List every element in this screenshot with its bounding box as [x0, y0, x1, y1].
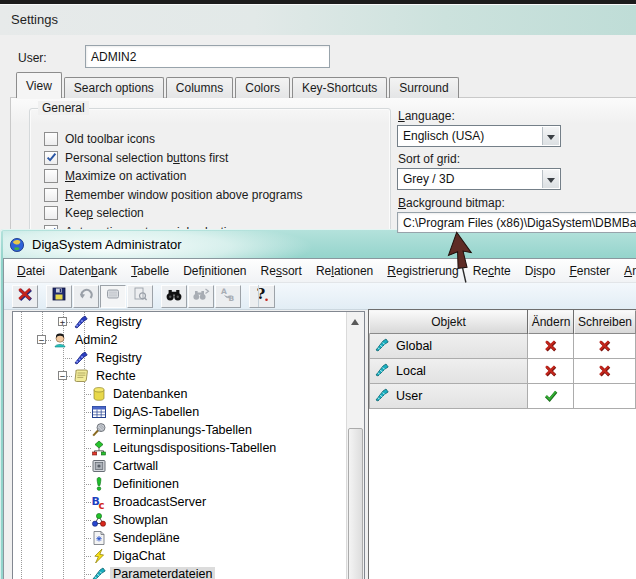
tree-connector: [84, 430, 91, 431]
tree-item-registry[interactable]: Registry: [13, 349, 347, 367]
collapse-minus-box[interactable]: −: [58, 371, 67, 380]
database-icon: [91, 386, 107, 402]
microphone-icon: [91, 422, 107, 438]
checkbox[interactable]: [44, 206, 58, 220]
menu-tabelle[interactable]: Tabelle: [124, 261, 176, 281]
tab-key-shortcuts[interactable]: Key-Shortcuts: [292, 77, 387, 98]
tree-vertical-scrollbar[interactable]: [346, 312, 364, 579]
collapse-minus-box[interactable]: −: [37, 335, 46, 344]
tree-item-digas-tabellen[interactable]: DigAS-Tabellen: [13, 403, 347, 421]
settings-window-title: Settings: [11, 12, 58, 27]
tab-colors[interactable]: Colors: [235, 77, 290, 98]
broadcast-icon: Bc: [91, 494, 107, 510]
aendern-cell[interactable]: [528, 359, 574, 384]
grid-style-button[interactable]: [100, 285, 126, 308]
checkbox-row[interactable]: Keep selection: [44, 205, 144, 221]
column-header-ndern[interactable]: Ändern: [528, 310, 574, 334]
tree-item-sendepl-ne[interactable]: Sendepläne: [13, 529, 347, 547]
checkbox[interactable]: [44, 132, 58, 146]
checkbox-checked[interactable]: [44, 151, 58, 165]
aendern-cell[interactable]: [528, 334, 574, 359]
table-icon: [91, 404, 107, 420]
menu-definitionen[interactable]: Definitionen: [176, 261, 253, 281]
tree-item-cartwall[interactable]: Cartwall: [13, 457, 347, 475]
undo-button[interactable]: [73, 285, 99, 308]
tab-search-options[interactable]: Search options: [64, 77, 164, 98]
globe-app-icon: [9, 237, 25, 253]
scrollbar-thumb[interactable]: [348, 428, 363, 579]
tree-item-definitionen[interactable]: Definitionen: [13, 475, 347, 493]
background-bitmap-field[interactable]: C:\Program Files (x86)\DigaSystem\DBMBac…: [397, 212, 636, 233]
tree-connector: [84, 538, 91, 539]
tree-item-rechte[interactable]: −Rechte: [13, 367, 347, 385]
replace-button[interactable]: AB: [215, 285, 241, 308]
schreiben-cell[interactable]: [574, 384, 636, 409]
svg-text:A: A: [221, 287, 227, 296]
find-button[interactable]: [161, 285, 187, 308]
scroll-up-arrow-icon[interactable]: [351, 315, 359, 325]
delete-button[interactable]: [12, 285, 38, 308]
save-button[interactable]: [46, 285, 72, 308]
chevron-down-icon[interactable]: [542, 127, 559, 145]
tab-columns[interactable]: Columns: [166, 77, 233, 98]
sort-of-grid-combobox[interactable]: Grey / 3D: [397, 168, 561, 190]
help-button[interactable]: ?: [249, 285, 275, 308]
tab-view[interactable]: View: [16, 72, 62, 98]
menu-ressort[interactable]: Ressort: [254, 261, 309, 281]
menu-fenster[interactable]: Fenster: [562, 261, 617, 281]
checkbox-row[interactable]: Old toolbar icons: [44, 131, 155, 147]
brush-icon: [374, 362, 396, 381]
language-combobox[interactable]: Englisch (USA): [397, 125, 561, 147]
deny-x-icon: [544, 365, 557, 377]
menu-relationen[interactable]: Relationen: [309, 261, 380, 281]
column-header-schreiben[interactable]: Schreiben: [574, 310, 636, 334]
menu-ansicht[interactable]: Ansicht: [617, 261, 636, 281]
menu-datei[interactable]: Datei: [10, 261, 52, 281]
menu-dispo[interactable]: Dispo: [518, 261, 563, 281]
schreiben-cell[interactable]: [574, 359, 636, 384]
general-group-title: General: [38, 101, 89, 115]
settings-titlebar: Settings: [0, 0, 636, 35]
checkbox-label: Keep selection: [65, 206, 144, 220]
checkbox-label: Maximize on activation: [65, 169, 186, 183]
user-label: User:: [18, 51, 47, 65]
settings-tabs: ViewSearch optionsColumnsColorsKey-Short…: [16, 76, 461, 98]
tree-item-label: Sendepläne: [110, 531, 183, 545]
aendern-cell[interactable]: [528, 384, 574, 409]
grid-row-global[interactable]: Global: [369, 334, 636, 359]
tree-item-showplan[interactable]: Showplan: [13, 511, 347, 529]
tab-surround[interactable]: Surround: [389, 77, 458, 98]
tree-item-digachat[interactable]: DigaChat: [13, 547, 347, 565]
background-bitmap-label: Background bitmap:: [398, 196, 505, 210]
checkbox-row[interactable]: Personal selection buttons first: [44, 150, 228, 166]
tree-item-admin2[interactable]: −Admin2: [13, 331, 347, 349]
tree-item-registry[interactable]: +Registry: [13, 313, 347, 331]
tree-item-broadcastserver[interactable]: BcBroadcastServer: [13, 493, 347, 511]
column-header-objekt[interactable]: Objekt: [369, 310, 528, 334]
chevron-down-icon[interactable]: [542, 170, 559, 188]
deny-x-icon: [544, 340, 557, 352]
toolbar-separator: [258, 285, 259, 307]
find-next-button[interactable]: [188, 285, 214, 308]
checkbox[interactable]: [44, 169, 58, 183]
tree-item-label: Definitionen: [110, 477, 182, 491]
brush-icon: [374, 337, 396, 356]
print-preview-button[interactable]: [127, 285, 153, 308]
network-icon: [91, 440, 107, 456]
tree-item-leitungsdispositions-tabellen[interactable]: Leitungsdispositions-Tabellen: [13, 439, 347, 457]
sort-of-grid-value: Grey / 3D: [403, 172, 454, 186]
tree-item-parameterdateien[interactable]: Parameterdateien: [13, 565, 347, 579]
expand-plus-box[interactable]: +: [58, 317, 67, 326]
deny-x-icon: [598, 365, 611, 377]
tree-item-datenbanken[interactable]: Datenbanken: [13, 385, 347, 403]
checkbox[interactable]: [44, 188, 58, 202]
checkbox-row[interactable]: Maximize on activation: [44, 168, 186, 184]
checkbox-row[interactable]: Remember window position above programs: [44, 187, 302, 203]
checkbox-label: Old toolbar icons: [65, 132, 155, 146]
tree-item-terminplanungs-tabellen[interactable]: Terminplanungs-Tabellen: [13, 421, 347, 439]
grid-row-local[interactable]: Local: [369, 359, 636, 384]
schreiben-cell[interactable]: [574, 334, 636, 359]
grid-row-user[interactable]: User: [369, 384, 636, 409]
user-field[interactable]: ADMIN2: [85, 45, 330, 68]
menu-datenbank[interactable]: Datenbank: [52, 261, 124, 281]
